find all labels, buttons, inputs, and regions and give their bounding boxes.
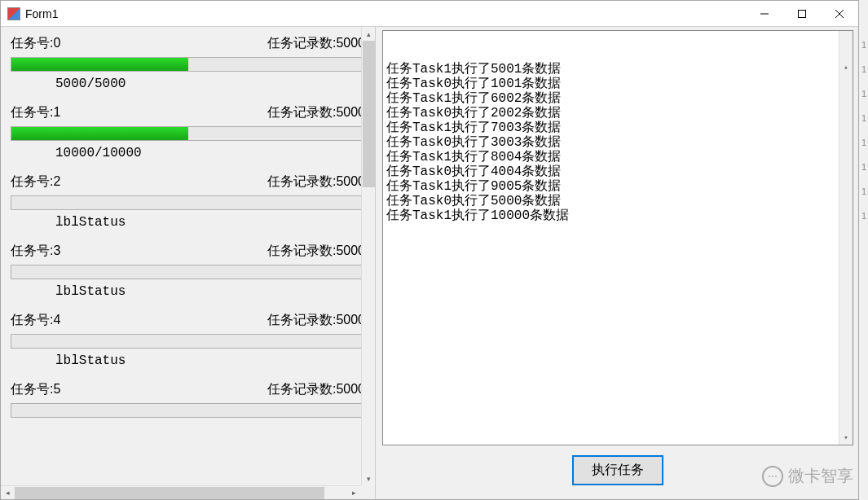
scroll-thumb[interactable] [363, 41, 375, 187]
task-block: 任务号:0任务记录数:50005000/5000 [4, 32, 372, 91]
progress-bar [11, 57, 365, 72]
maximize-button[interactable] [783, 1, 821, 26]
task-panel-hscrollbar[interactable]: ◂ ▸ [1, 485, 361, 499]
svg-rect-1 [799, 10, 806, 17]
log-panel: 任务Task1执行了5001条数据 任务Task0执行了1001条数据 任务Ta… [376, 27, 858, 499]
close-button[interactable] [821, 1, 858, 26]
content-area: 任务号:0任务记录数:50005000/5000任务号:1任务记录数:50001… [1, 27, 858, 499]
execute-button[interactable]: 执行任务 [572, 455, 663, 485]
scroll-right-icon[interactable]: ▸ [347, 486, 361, 499]
task-count-label: 任务记录数:5000 [267, 312, 365, 329]
task-header: 任务号:0任务记录数:5000 [11, 35, 365, 52]
task-id-label: 任务号:3 [11, 243, 60, 260]
task-status-label: 10000/10000 [11, 146, 365, 160]
progress-bar [11, 126, 365, 141]
task-header: 任务号:2任务记录数:5000 [11, 173, 365, 191]
task-count-label: 任务记录数:5000 [267, 104, 365, 121]
task-status-label: 5000/5000 [11, 77, 365, 91]
task-header: 任务号:4任务记录数:5000 [11, 312, 365, 329]
scroll-up-icon[interactable]: ▴ [362, 27, 375, 41]
task-header: 任务号:1任务记录数:5000 [11, 104, 365, 121]
task-id-label: 任务号:1 [11, 104, 60, 121]
task-panel: 任务号:0任务记录数:50005000/5000任务号:1任务记录数:50001… [1, 27, 376, 499]
scroll-thumb[interactable] [15, 487, 324, 499]
progress-fill [11, 58, 188, 71]
window-controls [746, 1, 858, 26]
task-list: 任务号:0任务记录数:50005000/5000任务号:1任务记录数:50001… [1, 27, 375, 418]
log-vscrollbar[interactable]: ▴ ▾ [839, 31, 853, 445]
task-header: 任务号:5任务记录数:5000 [11, 381, 365, 398]
task-count-label: 任务记录数:5000 [267, 35, 365, 52]
window-title: Form1 [25, 7, 746, 20]
task-id-label: 任务号:5 [11, 381, 60, 398]
task-id-label: 任务号:2 [11, 173, 60, 191]
scroll-down-icon[interactable]: ▾ [362, 471, 375, 485]
task-block: 任务号:4任务记录数:5000lblStatus [4, 309, 372, 368]
task-count-label: 任务记录数:5000 [267, 243, 365, 260]
progress-bar [11, 334, 365, 349]
progress-fill [11, 127, 188, 140]
task-count-label: 任务记录数:5000 [267, 381, 365, 398]
log-content: 任务Task1执行了5001条数据 任务Task0执行了1001条数据 任务Ta… [386, 62, 849, 223]
progress-bar [11, 265, 365, 279]
task-block: 任务号:2任务记录数:5000lblStatus [4, 170, 372, 230]
task-status-label: lblStatus [11, 284, 365, 299]
task-header: 任务号:3任务记录数:5000 [11, 243, 365, 260]
log-textbox[interactable]: 任务Task1执行了5001条数据 任务Task0执行了1001条数据 任务Ta… [382, 30, 853, 445]
minimize-button[interactable] [746, 1, 783, 26]
task-block: 任务号:1任务记录数:500010000/10000 [4, 101, 372, 160]
button-row: 执行任务 [382, 445, 853, 494]
app-window: Form1 任务号:0任务记录数:50005000/5000任务号:1任务记录数… [0, 0, 859, 500]
scroll-up-icon[interactable]: ▴ [839, 60, 853, 74]
app-icon [7, 7, 20, 20]
task-id-label: 任务号:0 [11, 35, 60, 52]
progress-bar [11, 195, 365, 210]
titlebar: Form1 [1, 1, 858, 27]
task-block: 任务号:3任务记录数:5000lblStatus [4, 239, 372, 299]
task-count-label: 任务记录数:5000 [267, 173, 365, 191]
task-block: 任务号:5任务记录数:5000 [4, 378, 372, 418]
side-marks: 1 1 1 1 1 1 1 1 [860, 33, 868, 228]
task-status-label: lblStatus [11, 353, 365, 368]
scroll-left-icon[interactable]: ◂ [1, 486, 15, 499]
task-id-label: 任务号:4 [11, 312, 60, 329]
task-panel-vscrollbar[interactable]: ▴ ▾ [361, 27, 375, 485]
task-status-label: lblStatus [11, 215, 365, 230]
progress-bar [11, 403, 365, 418]
scroll-down-icon[interactable]: ▾ [839, 431, 853, 445]
